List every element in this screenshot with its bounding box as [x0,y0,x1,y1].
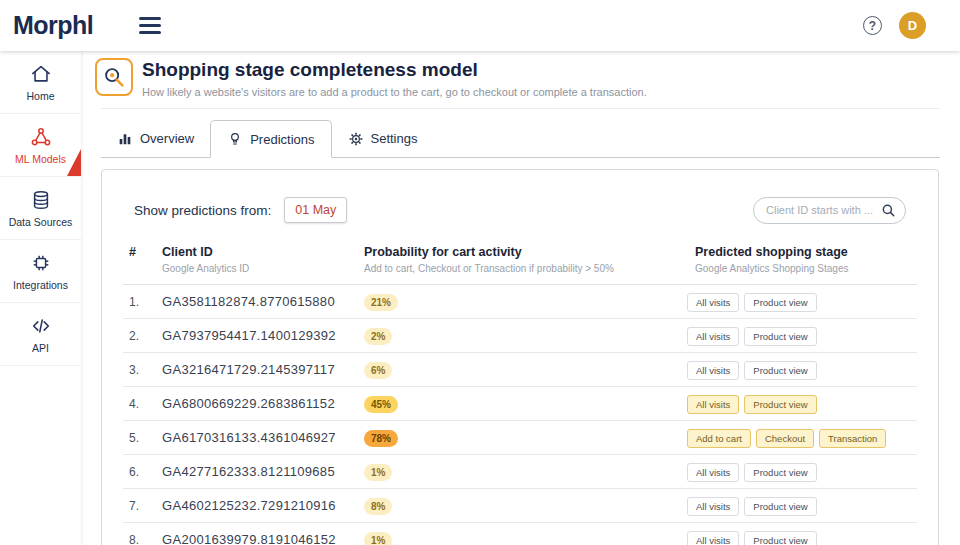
sidebar-item-integrations[interactable]: Integrations [0,240,81,303]
table-row[interactable]: 8. GA2001639979.8191046152 1% All visits… [123,523,917,545]
row-stage-cell: Add to cartCheckoutTransaction [687,428,917,448]
row-probability-cell: 2% [364,326,687,345]
sidebar-item-data-sources[interactable]: Data Sources [0,177,81,240]
tab-label: Settings [371,131,418,146]
top-bar: Morphl ? D [0,0,960,51]
menu-bar [139,24,161,27]
row-stage-cell: All visitsProduct view [687,292,917,312]
row-number: 6. [129,465,162,479]
ml-models-icon [30,126,52,148]
row-stage-cell: All visitsProduct view [687,360,917,380]
database-icon [30,189,52,211]
client-id-search[interactable] [753,197,906,224]
row-probability-cell: 1% [364,530,687,545]
predictions-table: # Client ID Google Analytics ID Probabil… [123,236,917,545]
topbar-actions: ? D [863,12,926,39]
col-stage-sub: Google Analytics Shopping Stages [695,263,917,274]
sidebar-item-home[interactable]: Home [0,51,81,114]
model-header: Shopping stage completeness model How li… [95,58,940,98]
integrations-icon [30,252,52,274]
stage-chip: All visits [687,327,739,346]
sidebar: Home ML Models Data Sources Integrations [0,51,81,545]
row-stage-cell: All visitsProduct view [687,326,917,346]
avatar[interactable]: D [899,12,926,39]
main-content: Shopping stage completeness model How li… [81,51,960,545]
table-row[interactable]: 3. GA3216471729.2145397117 6% All visits… [123,353,917,387]
help-icon[interactable]: ? [863,16,882,35]
row-client-id: GA3581182874.8770615880 [162,294,364,309]
stage-chip: All visits [687,497,739,516]
date-picker-button[interactable]: 01 May [284,197,347,223]
row-stage-cell: All visitsProduct view [687,462,917,482]
sidebar-item-label: Home [26,90,54,102]
lightbulb-icon [227,131,243,147]
col-number: # [129,245,162,274]
stage-chip: Product view [744,327,816,346]
stage-chip: Transaction [819,429,886,448]
search-icon[interactable] [881,203,896,218]
row-client-id: GA6800669229.2683861152 [162,396,364,411]
table-row[interactable]: 2. GA7937954417.1400129392 2% All visits… [123,319,917,353]
sidebar-item-api[interactable]: API [0,303,81,366]
row-probability-cell: 78% [364,428,687,447]
stage-chip: Product view [744,293,816,312]
stage-chip: All visits [687,361,739,380]
col-stage-title: Predicted shopping stage [695,245,917,259]
menu-icon[interactable] [139,17,161,34]
tab-predictions[interactable]: Predictions [210,120,331,158]
filter-row: Show predictions from: 01 May [134,196,906,224]
row-stage-cell: All visitsProduct view [687,394,917,414]
col-probability: Probability for cart activity Add to car… [364,245,687,274]
active-item-wedge [67,149,81,176]
stage-chip: Product view [744,361,816,380]
row-client-id: GA4277162333.8121109685 [162,464,364,479]
table-row[interactable]: 7. GA4602125232.7291210916 8% All visits… [123,489,917,523]
col-client-id-sub: Google Analytics ID [162,263,364,274]
probability-badge: 1% [364,464,392,481]
gear-icon [348,131,364,147]
stage-chip: Add to cart [687,429,751,448]
row-client-id: GA6170316133.4361046927 [162,430,364,445]
sidebar-item-label: Data Sources [9,216,73,228]
table-row[interactable]: 1. GA3581182874.8770615880 21% All visit… [123,285,917,319]
tab-overview[interactable]: Overview [101,120,210,157]
row-client-id: GA4602125232.7291210916 [162,498,364,513]
table-row[interactable]: 5. GA6170316133.4361046927 78% Add to ca… [123,421,917,455]
code-icon [30,315,52,337]
row-number: 7. [129,499,162,513]
row-client-id: GA7937954417.1400129392 [162,328,364,343]
tab-label: Overview [140,131,194,146]
row-probability-cell: 21% [364,292,687,311]
stage-chip: Product view [744,497,816,516]
menu-bar [139,17,161,20]
stage-chip: All visits [687,293,739,312]
model-icon [95,58,133,96]
bar-chart-icon [117,131,133,147]
row-number: 3. [129,363,162,377]
stage-chip: Product view [744,395,816,414]
home-icon [30,63,52,85]
table-header: # Client ID Google Analytics ID Probabil… [123,236,917,285]
probability-badge: 8% [364,498,392,515]
stage-chip: Product view [744,463,816,482]
probability-badge: 45% [364,396,398,413]
sidebar-item-label: Integrations [13,279,68,291]
tab-bar: Overview Predictions Settings [101,120,940,158]
tab-settings[interactable]: Settings [332,120,434,157]
row-stage-cell: All visitsProduct view [687,530,917,545]
sidebar-item-ml-models[interactable]: ML Models [0,114,81,177]
col-client-id-title: Client ID [162,245,364,259]
stage-chip: All visits [687,531,739,545]
probability-badge: 78% [364,430,398,447]
row-number: 2. [129,329,162,343]
row-number: 1. [129,295,162,309]
row-client-id: GA2001639979.8191046152 [162,532,364,545]
menu-bar [139,31,161,34]
table-row[interactable]: 6. GA4277162333.8121109685 1% All visits… [123,455,917,489]
table-row[interactable]: 4. GA6800669229.2683861152 45% All visit… [123,387,917,421]
row-number: 5. [129,431,162,445]
app-logo: Morphl [13,11,93,40]
header-divider [101,108,940,109]
predictions-panel: Show predictions from: 01 May # Client I… [101,169,939,545]
search-input[interactable] [766,204,881,216]
